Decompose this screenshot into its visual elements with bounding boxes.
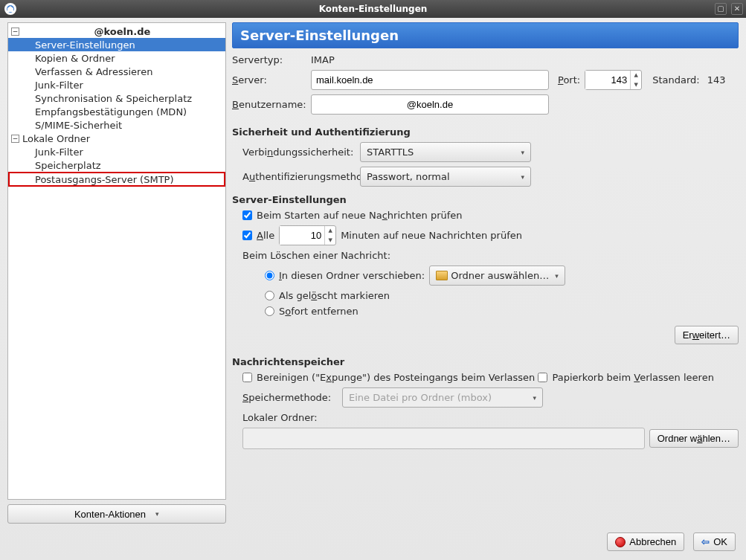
- sidebar-item-compose[interactable]: Verfassen & Adressieren: [8, 65, 225, 78]
- window-title: Konten-Einstellungen: [0, 4, 746, 14]
- cancel-button[interactable]: Abbrechen: [607, 532, 684, 551]
- move-to-folder-radio[interactable]: In diesen Ordner verschieben:: [265, 270, 425, 281]
- ok-icon: ⇦: [701, 536, 710, 547]
- sidebar: − @koeln.de Server-Einstellungen Kopien …: [7, 22, 226, 524]
- sidebar-item-mdn[interactable]: Empfangsbestätigungen (MDN): [8, 105, 225, 118]
- minutes-label: Minuten auf neue Nachrichten prüfen: [341, 230, 522, 241]
- server-settings-section-title: Server-Einstellungen: [232, 194, 739, 205]
- local-folder-input[interactable]: [242, 428, 645, 449]
- choose-folder-button[interactable]: Ordner wählen…: [649, 429, 739, 448]
- servertype-value: IMAP: [311, 54, 335, 65]
- advanced-button[interactable]: Erweitert…: [675, 326, 739, 344]
- standard-label: Standard:: [652, 74, 700, 86]
- interval-input[interactable]: [280, 226, 325, 245]
- account-tree[interactable]: − @koeln.de Server-Einstellungen Kopien …: [7, 22, 226, 500]
- interval-spinner[interactable]: ▲▼: [279, 225, 336, 245]
- cancel-icon: [615, 537, 626, 547]
- sidebar-item-server-settings[interactable]: Server-Einstellungen: [8, 38, 225, 51]
- port-label: Port:: [558, 74, 580, 86]
- connection-security-select[interactable]: STARTTLS: [360, 142, 531, 162]
- auth-method-label: Authentifizierungsmethode:: [242, 171, 354, 182]
- storage-section-title: Nachrichtenspeicher: [232, 356, 739, 367]
- folder-select[interactable]: Ordner auswählen…: [429, 265, 565, 286]
- sidebar-item-junk[interactable]: Junk-Filter: [8, 78, 225, 91]
- port-down-icon[interactable]: ▼: [631, 80, 641, 90]
- expunge-checkbox[interactable]: Bereinigen ("Expunge") des Posteingangs …: [242, 372, 535, 383]
- security-section-title: Sicherheit und Authentifizierung: [232, 126, 739, 138]
- store-method-label: Speichermethode:: [242, 392, 338, 403]
- account-settings-window: Konten-Einstellungen ▢ ✕ − @koeln.de Ser…: [0, 0, 746, 560]
- remove-immediately-radio[interactable]: Sofort entfernen: [265, 306, 358, 317]
- servertype-label: Servertyp:: [232, 54, 306, 65]
- account-actions-button[interactable]: Konten-Aktionen: [7, 504, 226, 524]
- sidebar-item-smime[interactable]: S/MIME-Sicherheit: [8, 118, 225, 132]
- local-folder-label: Lokaler Ordner:: [242, 412, 318, 423]
- mark-deleted-radio[interactable]: Als gelöscht markieren: [265, 290, 390, 301]
- sidebar-item-local-disk[interactable]: Speicherplatz: [8, 158, 225, 172]
- store-method-select: Eine Datei pro Ordner (mbox): [342, 387, 543, 408]
- close-button[interactable]: ✕: [731, 3, 743, 15]
- sidebar-item-copies[interactable]: Kopien & Ordner: [8, 51, 225, 65]
- interval-up-icon[interactable]: ▲: [325, 226, 335, 236]
- username-input[interactable]: [311, 94, 549, 115]
- server-input[interactable]: [311, 70, 549, 90]
- collapse-icon[interactable]: −: [11, 135, 19, 143]
- folder-icon: [436, 271, 448, 280]
- sidebar-item-local-junk[interactable]: Junk-Filter: [8, 145, 225, 158]
- account-node[interactable]: − @koeln.de: [8, 25, 225, 38]
- sidebar-item-smtp[interactable]: Postausgangs-Server (SMTP): [8, 172, 225, 187]
- port-input[interactable]: [585, 71, 631, 89]
- port-spinner[interactable]: ▲▼: [585, 70, 642, 90]
- dialog-footer: Abbrechen ⇦ OK: [0, 524, 746, 560]
- port-up-icon[interactable]: ▲: [631, 71, 641, 80]
- interval-down-icon[interactable]: ▼: [325, 236, 335, 245]
- titlebar: Konten-Einstellungen ▢ ✕: [0, 0, 746, 18]
- maximize-button[interactable]: ▢: [715, 3, 727, 15]
- collapse-icon[interactable]: −: [11, 28, 19, 36]
- connection-security-label: Verbindungssicherheit:: [242, 147, 354, 158]
- username-label: Benutzername:: [232, 99, 306, 110]
- server-label: Server:: [232, 74, 306, 86]
- ok-button[interactable]: ⇦ OK: [693, 532, 736, 551]
- main-panel: Server-Einstellungen Servertyp: IMAP Ser…: [232, 22, 739, 524]
- empty-trash-checkbox[interactable]: Papierkorb beim Verlassen leeren: [538, 372, 713, 383]
- auth-method-select[interactable]: Passwort, normal: [360, 167, 531, 187]
- page-title: Server-Einstellungen: [232, 22, 739, 48]
- check-on-start-checkbox[interactable]: Beim Starten auf neue Nachrichten prüfen: [242, 210, 463, 221]
- standard-value: 143: [707, 74, 726, 86]
- check-interval-checkbox[interactable]: Alle: [242, 230, 274, 241]
- local-folders-node[interactable]: − Lokale Ordner: [8, 132, 225, 145]
- on-delete-label: Beim Löschen einer Nachricht:: [242, 250, 390, 261]
- sidebar-item-sync[interactable]: Synchronisation & Speicherplatz: [8, 91, 225, 105]
